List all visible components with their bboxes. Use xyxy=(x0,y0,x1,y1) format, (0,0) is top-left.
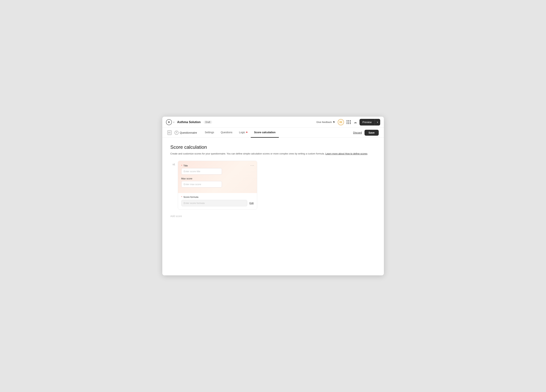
logo-chevron-icon[interactable]: ∨ xyxy=(173,121,175,123)
nav-tabs: Settings Questions Logic Score calculati… xyxy=(202,128,279,138)
score-title-input[interactable] xyxy=(181,168,222,175)
max-score-field-label: Max score xyxy=(181,177,254,180)
preview-chevron-button[interactable]: ∨ xyxy=(375,119,380,126)
score-formula-section: * Score formula Edit xyxy=(178,193,257,209)
score-formula-input[interactable] xyxy=(181,200,247,206)
formula-required-marker: * xyxy=(181,196,182,198)
discard-button[interactable]: Discard xyxy=(353,131,362,134)
grid-dot xyxy=(348,122,349,122)
grid-dot xyxy=(348,123,349,124)
score-card-fields: ··· * Title Max score xyxy=(178,161,257,193)
topbar: ⊕ ∨ Asthma Solution Draft Give feedback … xyxy=(162,117,384,128)
grid-dot xyxy=(350,120,351,121)
preview-button[interactable]: Preview xyxy=(359,119,375,126)
score-card: ··· * Title Max score * xyxy=(178,161,257,209)
app-logo[interactable]: ⊕ ∨ xyxy=(166,119,175,125)
app-status-badge: Draft xyxy=(204,121,212,124)
title-field-label: * Title xyxy=(181,164,254,167)
cloud-icon[interactable]: ☁ xyxy=(354,120,357,124)
app-window: ⊕ ∨ Asthma Solution Draft Give feedback … xyxy=(162,117,384,275)
score-row: s1 ··· * Title Max score xyxy=(170,161,376,209)
grid-dot xyxy=(347,120,347,121)
back-button[interactable]: ← xyxy=(168,130,172,135)
feedback-label: Give feedback xyxy=(317,121,332,123)
add-score-button[interactable]: Add score xyxy=(170,214,182,218)
feedback-link[interactable]: Give feedback ⚑ xyxy=(317,121,335,124)
grid-dot xyxy=(350,122,351,122)
main-content: Score calculation Create and customize s… xyxy=(162,138,384,275)
navbar: ← ? Questionnaire Settings Questions Log… xyxy=(162,128,384,138)
learn-more-link[interactable]: Learn more about How to define scores xyxy=(325,152,367,155)
max-score-input[interactable] xyxy=(181,181,222,187)
logic-dot xyxy=(246,132,247,133)
page-description: Create and customize scores for your que… xyxy=(170,152,376,156)
formula-row: Edit xyxy=(181,200,254,206)
max-score-field-group: Max score xyxy=(181,177,254,187)
tab-questions[interactable]: Questions xyxy=(218,128,236,138)
grid-dot xyxy=(348,120,349,121)
questionnaire-nav-item[interactable]: ? Questionnaire xyxy=(175,131,197,135)
logo-icon: ⊕ xyxy=(166,119,172,125)
topbar-actions: Give feedback ⚑ Hi ☁ Preview ∨ xyxy=(317,119,380,126)
grid-dot xyxy=(347,123,347,124)
app-title: Asthma Solution xyxy=(177,121,201,124)
grid-icon[interactable] xyxy=(347,120,351,124)
questionnaire-icon: ? xyxy=(175,131,179,135)
title-required-marker: * xyxy=(181,164,182,167)
questionnaire-label: Questionnaire xyxy=(180,131,197,134)
preview-button-group: Preview ∨ xyxy=(359,119,380,126)
tab-settings[interactable]: Settings xyxy=(202,128,218,138)
page-title: Score calculation xyxy=(170,144,376,150)
grid-dot xyxy=(350,123,351,124)
score-id-label: s1 xyxy=(170,163,175,166)
formula-field-label: * Score formula xyxy=(181,196,254,198)
grid-dot xyxy=(347,122,347,122)
title-field-group: * Title xyxy=(181,164,254,175)
flag-icon: ⚑ xyxy=(333,121,335,124)
save-button[interactable]: Save xyxy=(364,130,379,136)
tab-logic[interactable]: Logic xyxy=(236,128,251,138)
avatar[interactable]: Hi xyxy=(338,119,344,125)
tab-score-calculation[interactable]: Score calculation xyxy=(251,128,279,138)
score-menu-icon[interactable]: ··· xyxy=(250,164,254,167)
edit-formula-link[interactable]: Edit xyxy=(249,202,254,205)
